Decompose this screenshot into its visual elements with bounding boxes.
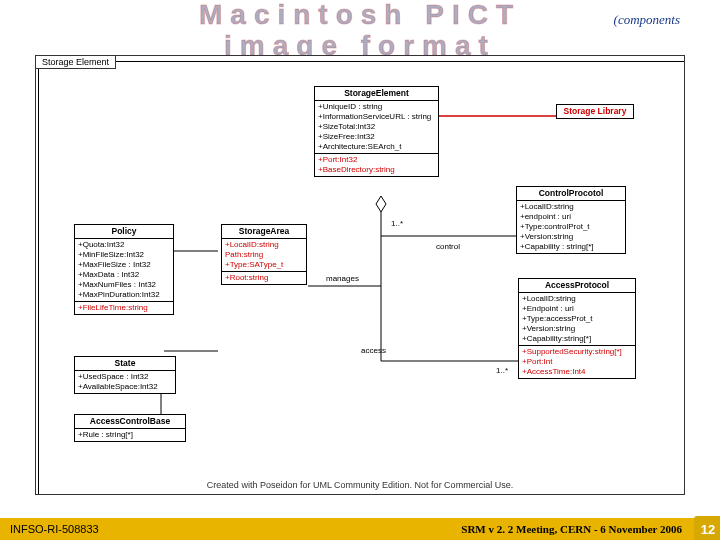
footer-right: SRM v 2. 2 Meeting, CERN - 6 November 20… xyxy=(461,523,682,535)
label-control: control xyxy=(436,242,460,251)
class-title: StorageElement xyxy=(315,87,438,101)
slide-footer: INFSO-RI-508833 SRM v 2. 2 Meeting, CERN… xyxy=(0,518,720,540)
slide-banner: (components xyxy=(614,12,680,28)
label-manages: manages xyxy=(326,274,359,283)
watermark-l1: Macintosh PICT xyxy=(0,0,720,31)
class-policy: Policy +Quota:Int32 +MinFileSize:Int32 +… xyxy=(74,224,174,315)
diagram-note: Created with Poseidon for UML Community … xyxy=(36,480,684,490)
class-storage-area: StorageArea +LocalID:string Path:string … xyxy=(221,224,307,285)
svg-marker-1 xyxy=(376,196,386,212)
class-acb: AccessControlBase +Rule : string[*] xyxy=(74,414,186,442)
class-access-protocol: AccessProtocol +LocalID:string +Endpoint… xyxy=(518,278,636,379)
label-access: access xyxy=(361,346,386,355)
class-storage-library: Storage Library xyxy=(556,104,634,119)
label-mult2: 1..* xyxy=(496,366,508,375)
class-state: State +UsedSpace : Int32 +AvailableSpace… xyxy=(74,356,176,394)
label-mult1: 1..* xyxy=(391,219,403,228)
class-control-protocol: ControlProcotol +LocalID:string +endpoin… xyxy=(516,186,626,254)
class-storage-element: StorageElement +UniqueID : string +Infor… xyxy=(314,86,439,177)
footer-page: 12 xyxy=(694,516,720,540)
diagram-title: Storage Element xyxy=(35,55,116,69)
uml-diagram-frame: Storage Element StorageElement +UniqueID… xyxy=(35,55,685,495)
footer-left: INFSO-RI-508833 xyxy=(10,523,99,535)
